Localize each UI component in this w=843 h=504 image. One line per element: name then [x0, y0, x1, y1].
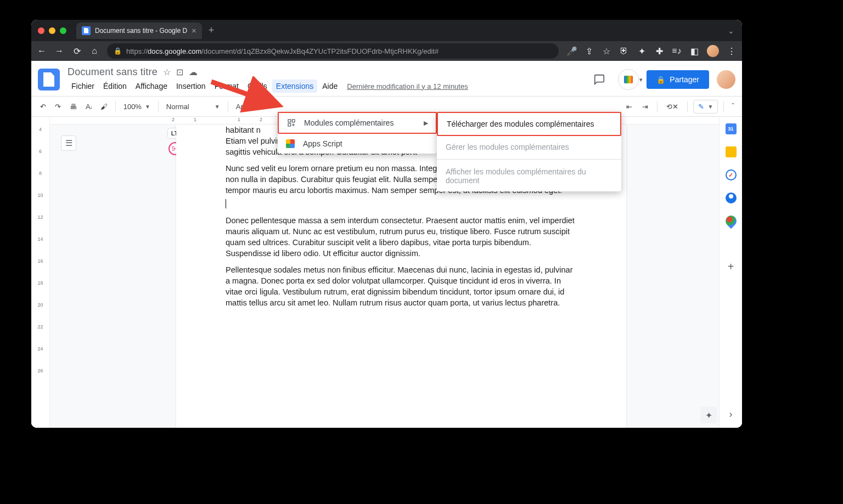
ruler-tick: 20 — [31, 302, 49, 308]
menu-item-view-doc-addons[interactable]: Afficher les modules complémentaires du … — [437, 161, 621, 191]
puzzle-icon[interactable]: ✚ — [654, 46, 664, 56]
menu-item-addons[interactable]: Modules complémentaires ▶ — [278, 112, 437, 134]
font-select[interactable]: Arial — [233, 103, 254, 111]
url-input[interactable]: 🔒 https://docs.google.com/document/d/1qZ… — [107, 43, 559, 59]
document-title-input[interactable]: Document sans titre — [68, 66, 158, 78]
svg-rect-2 — [288, 123, 291, 126]
browser-window: Document sans titre - Google D × + ⌄ ← →… — [31, 20, 742, 428]
editing-mode-select[interactable]: ✎ ▼ — [693, 100, 718, 114]
indent-decrease-button[interactable]: ⇤ — [623, 100, 636, 113]
ruler-tick: 12 — [31, 214, 49, 220]
collapse-sidepanel-button[interactable]: › — [729, 409, 733, 420]
paragraph-style-select[interactable]: Normal ▼ — [163, 103, 223, 111]
calendar-icon[interactable] — [726, 123, 737, 134]
menu-bar: Fichier Édition Affichage Insertion Form… — [68, 80, 468, 93]
profile-avatar[interactable] — [707, 45, 719, 57]
right-gutter — [626, 117, 719, 428]
toolbar-right: ⇤ ⇥ ⟲✕ ✎ ▼ ˆ — [623, 100, 737, 114]
meet-button[interactable]: ▾ — [618, 69, 639, 90]
contacts-icon[interactable] — [726, 192, 737, 203]
clear-format-button[interactable]: ⟲✕ — [663, 100, 682, 113]
cloud-status-icon[interactable]: ☁ — [189, 67, 198, 77]
star-icon[interactable]: ☆ — [163, 67, 171, 77]
sidepanel-icon[interactable]: ◧ — [689, 46, 699, 56]
toolbar-right: 🎤 ⇪ ☆ ⛨ ✦ ✚ ≡♪ ◧ ⋮ — [566, 45, 737, 57]
redo-button[interactable]: ↷ — [52, 100, 64, 113]
explore-button[interactable]: ✦ — [700, 407, 717, 423]
menu-item-label: Apps Script — [303, 139, 342, 148]
pencil-icon: ✎ — [698, 103, 704, 111]
account-avatar[interactable] — [717, 70, 735, 89]
ruler-tick: 10 — [31, 192, 49, 198]
comment-history-button[interactable] — [588, 69, 610, 90]
maximize-window-button[interactable] — [60, 27, 66, 34]
playlist-icon[interactable]: ≡♪ — [672, 46, 682, 56]
move-icon[interactable]: ⊡ — [176, 67, 183, 77]
paragraph-text: Donec pellentesque massa a sem interdum … — [226, 215, 577, 259]
separator — [723, 101, 724, 112]
document-outline-button[interactable]: ☰ — [61, 135, 76, 151]
browser-tab[interactable]: Document sans titre - Google D × — [76, 22, 202, 39]
tasks-icon[interactable] — [726, 169, 737, 180]
window-controls — [38, 27, 66, 34]
title-row: Document sans titre ☆ ⊡ ☁ — [68, 66, 468, 78]
menu-item-download-addons[interactable]: Télécharger des modules complémentaires — [437, 112, 621, 136]
menu-extensions[interactable]: Extensions — [272, 80, 317, 93]
header-right: ▾ 🔒 Partager — [588, 69, 735, 90]
share-icon[interactable]: ⇪ — [584, 46, 594, 56]
close-window-button[interactable] — [38, 27, 44, 34]
paragraph-text: Pellentesque sodales metus non finibus e… — [226, 264, 577, 308]
url-text: https://docs.google.com/document/d/1qZBz… — [126, 47, 439, 55]
add-addon-button[interactable]: + — [728, 261, 734, 273]
keep-icon[interactable] — [726, 146, 737, 157]
paragraph-text: habitant n — [226, 126, 261, 134]
side-panel: + › — [719, 117, 742, 428]
docs-logo-icon[interactable] — [38, 69, 60, 90]
chevron-right-icon: ▶ — [424, 120, 428, 127]
indent-increase-button[interactable]: ⇥ — [639, 100, 651, 113]
shield-icon[interactable]: ⛨ — [619, 46, 629, 56]
menu-item-label: Modules complémentaires — [304, 118, 394, 127]
style-value: Normal — [166, 103, 189, 111]
spellcheck-button[interactable]: Aᵢ — [82, 100, 95, 113]
menu-item-label: Télécharger des modules complémentaires — [447, 120, 594, 128]
print-button[interactable]: 🖶 — [66, 100, 80, 113]
chevron-down-icon: ▼ — [215, 104, 220, 110]
ruler-tick: 8 — [31, 171, 49, 176]
extension-icon[interactable]: ✦ — [637, 46, 647, 56]
menu-view[interactable]: Affichage — [132, 80, 171, 93]
forward-button[interactable]: → — [54, 46, 64, 56]
back-button[interactable]: ← — [37, 46, 47, 56]
menu-format[interactable]: Format — [211, 80, 243, 93]
mic-icon[interactable]: 🎤 — [566, 46, 576, 56]
last-edit-link[interactable]: Dernière modification il y a 12 minutes — [347, 82, 468, 90]
reload-button[interactable]: ⟳ — [72, 46, 82, 56]
paint-format-button[interactable]: 🖌 — [97, 100, 111, 113]
maps-icon[interactable] — [723, 213, 738, 229]
menu-file[interactable]: Fichier — [68, 80, 98, 93]
kebab-menu-icon[interactable]: ⋮ — [727, 46, 737, 56]
menu-tools[interactable]: Outils — [244, 80, 271, 93]
minimize-window-button[interactable] — [49, 27, 55, 34]
menu-item-apps-script[interactable]: Apps Script — [278, 134, 437, 154]
bookmark-star-icon[interactable]: ☆ — [602, 46, 611, 56]
ruler-tick: 16 — [31, 258, 49, 264]
ruler-tick: 22 — [31, 324, 49, 330]
undo-button[interactable]: ↶ — [37, 100, 49, 113]
ruler-tick: 4 — [31, 127, 49, 132]
left-gutter: ☰ LT 9+ — [50, 117, 176, 428]
collapse-toolbar-button[interactable]: ˆ — [729, 100, 737, 113]
addons-submenu: Télécharger des modules complémentaires … — [437, 112, 621, 191]
close-tab-button[interactable]: × — [192, 26, 196, 35]
home-button[interactable]: ⌂ — [89, 46, 99, 56]
menu-item-label: Gérer les modules complémentaires — [446, 143, 569, 151]
menu-help[interactable]: Aide — [318, 80, 341, 93]
menu-item-manage-addons[interactable]: Gérer les modules complémentaires — [437, 136, 621, 158]
new-tab-button[interactable]: + — [209, 25, 215, 36]
zoom-select[interactable]: 100% ▼ — [120, 103, 154, 111]
svg-rect-0 — [288, 120, 291, 122]
share-button[interactable]: 🔒 Partager — [647, 70, 709, 89]
menu-edit[interactable]: Édition — [99, 80, 131, 93]
menu-insert[interactable]: Insertion — [172, 80, 210, 93]
tabs-chevron-icon[interactable]: ⌄ — [728, 26, 734, 35]
